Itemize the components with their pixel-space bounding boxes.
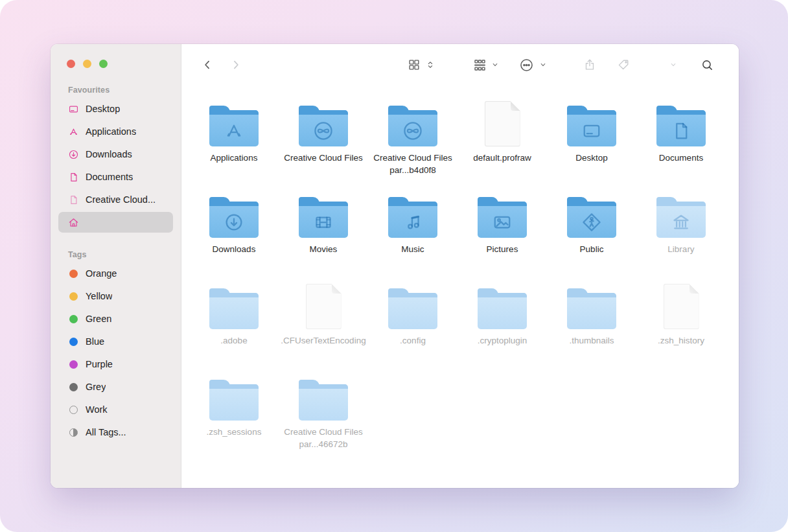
sidebar-item-creative-cloud[interactable]: Creative Cloud... [58, 189, 173, 210]
file-item[interactable]: .config [368, 276, 458, 360]
desktop-icon [67, 103, 80, 115]
tag-label: Orange [86, 268, 117, 279]
file-item[interactable]: .zsh_history [636, 276, 726, 360]
file-label: Creative Cloud Files par...46672b [281, 426, 366, 450]
sidebar-item-label: Downloads [86, 149, 132, 159]
sidebar-item-desktop[interactable]: Desktop [58, 98, 173, 119]
folder-icon [209, 367, 259, 421]
tags-section-title: Tags [68, 250, 181, 259]
dropdown-chevron-icon[interactable] [669, 61, 677, 69]
file-label: default.profraw [473, 152, 531, 164]
sidebar-item-documents[interactable]: Documents [58, 167, 173, 187]
favourites-list: DesktopApplicationsDownloadsDocumentsCre… [58, 98, 173, 233]
desktop-window-icon [580, 119, 603, 143]
library-columns-icon [669, 211, 693, 234]
appstore-icon [222, 119, 246, 143]
share-icon[interactable] [583, 58, 597, 72]
file-label: Movies [310, 243, 338, 255]
folder-shape [388, 293, 437, 329]
file-label: .cryptoplugin [478, 334, 527, 347]
folder-shape [478, 293, 527, 329]
file-label: Desktop [575, 152, 608, 164]
search-icon[interactable] [701, 58, 714, 72]
file-item[interactable]: Movies [279, 185, 368, 269]
folder-shape [388, 110, 437, 146]
folder-icon [209, 276, 259, 329]
tag-color-icon [69, 338, 78, 346]
group-by-icon[interactable] [472, 58, 487, 73]
tag-item-grey[interactable]: Grey [58, 376, 173, 397]
view-grid-icon[interactable] [407, 58, 421, 72]
file-item[interactable]: .CFUserTextEncoding [279, 276, 368, 360]
back-icon[interactable] [201, 58, 214, 71]
close-button[interactable] [67, 60, 75, 68]
creative-cloud-icon [312, 119, 335, 143]
file-item[interactable]: Public [547, 185, 636, 269]
folder-icon [388, 93, 437, 146]
view-stepper-icon[interactable] [426, 60, 435, 69]
tag-item-work[interactable]: Work [58, 399, 173, 420]
file-icon [664, 276, 699, 329]
folder-shape [299, 384, 348, 421]
file-item[interactable]: Library [636, 185, 726, 269]
forward-icon[interactable] [229, 58, 242, 71]
tag-color-icon [69, 383, 78, 391]
picture-icon [491, 211, 514, 234]
file-label: Library [667, 243, 694, 255]
sidebar-item-downloads[interactable]: Downloads [58, 144, 173, 165]
file-item[interactable]: Documents [636, 93, 726, 178]
tag-item-blue[interactable]: Blue [58, 331, 173, 352]
file-item[interactable]: .thumbnails [547, 276, 636, 360]
tag-item-all-tags[interactable]: All Tags... [58, 422, 173, 443]
file-item[interactable]: Downloads [189, 185, 279, 269]
file-item[interactable]: .zsh_sessions [189, 367, 279, 452]
tag-color-icon [69, 270, 78, 278]
minimize-button[interactable] [83, 60, 91, 68]
folder-shape [299, 202, 348, 238]
file-label: .zsh_sessions [207, 426, 262, 438]
sidebar-item-applications[interactable]: Applications [58, 121, 173, 142]
folder-icon [388, 276, 437, 329]
file-item[interactable]: Music [368, 185, 458, 269]
zoom-button[interactable] [99, 60, 108, 68]
sidebar-item-home[interactable] [58, 212, 173, 233]
file-item[interactable]: Desktop [547, 93, 636, 178]
tag-icon[interactable] [616, 58, 631, 72]
file-item[interactable]: Applications [189, 93, 279, 178]
tag-item-orange[interactable]: Orange [58, 263, 173, 284]
file-label: Public [580, 243, 604, 255]
page-fold-corner [332, 284, 342, 294]
tag-label: Purple [86, 359, 113, 369]
desktop-background: Favourites DesktopApplicationsDownloadsD… [0, 0, 788, 532]
file-item[interactable]: Creative Cloud Files [279, 93, 368, 178]
file-item[interactable]: Creative Cloud Files par...b4d0f8 [368, 93, 458, 178]
file-icon [306, 276, 342, 329]
folder-shape [388, 202, 437, 238]
folder-icon [299, 185, 348, 238]
music-note-icon [401, 211, 424, 234]
tag-item-green[interactable]: Green [58, 308, 173, 329]
file-label: Documents [659, 152, 703, 164]
tags-list: OrangeYellowGreenBluePurpleGreyWorkAll T… [58, 263, 173, 443]
file-item[interactable]: Creative Cloud Files par...46672b [279, 367, 368, 452]
file-item[interactable]: Pictures [458, 185, 547, 269]
file-browser-content: ApplicationsCreative Cloud FilesCreative… [181, 86, 739, 488]
more-actions-chevron-icon[interactable] [539, 61, 547, 69]
folder-shape [209, 110, 259, 146]
file-item[interactable]: .cryptoplugin [458, 276, 547, 360]
file-item[interactable]: default.profraw [458, 93, 547, 178]
group-by-chevron-icon[interactable] [491, 61, 499, 69]
tag-label: Yellow [86, 291, 112, 301]
folder-icon [209, 93, 259, 146]
tag-label: All Tags... [86, 427, 126, 437]
tag-item-yellow[interactable]: Yellow [58, 286, 173, 306]
more-actions-icon[interactable] [518, 57, 535, 73]
file-item[interactable]: .adobe [189, 276, 279, 360]
tag-item-purple[interactable]: Purple [58, 354, 173, 375]
folder-icon [478, 185, 527, 238]
tag-color-icon [69, 292, 78, 301]
folder-shape [209, 293, 259, 329]
sidebar-item-label: Desktop [86, 104, 120, 114]
sidebar-item-label: Creative Cloud... [86, 194, 156, 205]
file-label: .CFUserTextEncoding [281, 334, 365, 347]
